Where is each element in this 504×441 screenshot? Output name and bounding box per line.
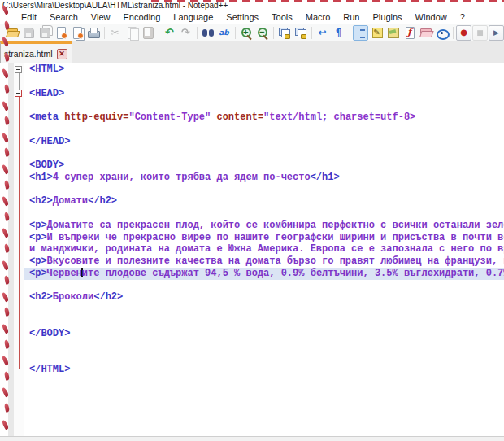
toolbar-separator — [104, 27, 105, 39]
toolbar-separator — [235, 27, 236, 39]
toolbar-separator — [350, 27, 350, 39]
menu-view[interactable]: View — [85, 11, 117, 24]
toolbar: ✂↶↷ab+−↩¶✎ƒ●■▶▸▸ — [0, 24, 504, 41]
toolbar-separator — [273, 27, 274, 39]
code-line[interactable]: <p>Доматите са прекрасен плод, който се … — [24, 220, 504, 232]
close-all-icon[interactable] — [69, 25, 85, 41]
undo-icon[interactable]: ↶ — [162, 25, 177, 41]
zoom-out-icon[interactable]: − — [254, 25, 270, 41]
paste-icon[interactable] — [140, 25, 155, 41]
zoom-in-icon[interactable]: + — [238, 25, 254, 41]
code-line[interactable] — [24, 184, 504, 196]
menu-language[interactable]: Language — [167, 11, 219, 24]
macro-record-icon[interactable]: ● — [456, 25, 471, 41]
document-map-icon[interactable] — [385, 25, 401, 41]
monitoring-icon[interactable] — [434, 25, 450, 41]
code-line[interactable]: <p>Червените плодове съдържат 94,5 % вод… — [24, 268, 504, 280]
code-line[interactable] — [24, 339, 504, 351]
menu-macro[interactable]: Macro — [299, 11, 337, 24]
indent-guide-icon[interactable] — [353, 25, 368, 41]
code-line[interactable]: <HTML> — [24, 63, 504, 76]
code-line[interactable]: и манджички, родината на домата е Южна А… — [24, 243, 504, 255]
replace-icon[interactable]: ab — [216, 25, 232, 41]
code-line[interactable]: </BODY> — [24, 328, 504, 340]
fold-active-line — [19, 97, 24, 369]
print-icon[interactable] — [85, 25, 101, 41]
open-icon[interactable] — [4, 25, 20, 41]
code-line[interactable]: <BODY> — [24, 159, 504, 172]
tab-bar: straniza.html ✕ — [0, 41, 504, 63]
code-line[interactable]: <h2>Домати</h2> — [24, 195, 504, 207]
menu-bar: EditSearchViewEncodingLanguageSettingsTo… — [0, 11, 504, 24]
folder-as-workspace-icon[interactable] — [418, 25, 433, 41]
menu-window[interactable]: Window — [409, 11, 454, 24]
fold-marker-head-icon[interactable] — [15, 90, 22, 97]
menu-encoding[interactable]: Encoding — [116, 11, 167, 24]
tab-straniza[interactable]: straniza.html ✕ — [0, 41, 72, 63]
menu-search[interactable]: Search — [43, 11, 85, 24]
menu-plugins[interactable]: Plugins — [367, 11, 409, 24]
notepadpp-window: C:\Users\Mira\Desktop\AULA\HTML\straniza… — [0, 0, 504, 441]
code-line[interactable]: <p>И въпреки че прекрасно вирее по нашит… — [24, 232, 504, 244]
code-line[interactable]: </HTML> — [24, 364, 504, 376]
fold-connector-line — [19, 73, 20, 90]
sync-vertical-scrolling-icon[interactable] — [276, 25, 292, 41]
code-line[interactable]: <meta http-equiv="Content-Type" content=… — [24, 111, 504, 124]
macro-stop-icon[interactable]: ■ — [472, 25, 488, 41]
toolbar-separator — [159, 27, 159, 39]
sync-horizontal-scrolling-icon[interactable] — [293, 25, 308, 41]
menu-settings[interactable]: Settings — [219, 11, 265, 24]
code-line[interactable]: </HEAD> — [24, 136, 504, 148]
close-icon[interactable] — [53, 25, 68, 41]
menu-run[interactable]: Run — [337, 11, 366, 24]
function-list-icon[interactable]: ƒ — [402, 25, 417, 41]
define-language-icon[interactable]: ✎ — [369, 25, 385, 41]
copy-icon[interactable] — [124, 25, 139, 41]
code-line[interactable]: <HEAD> — [24, 88, 504, 100]
menu-tools[interactable]: Tools — [265, 11, 299, 24]
macro-play-icon[interactable]: ▶ — [489, 25, 504, 41]
bookmark-margin[interactable] — [8, 63, 14, 436]
code-lines[interactable]: <HTML><HEAD><meta http-equiv="Content-Ty… — [24, 63, 504, 436]
editor[interactable]: <HTML><HEAD><meta http-equiv="Content-Ty… — [0, 63, 504, 436]
cut-icon[interactable]: ✂ — [107, 25, 123, 41]
redo-icon[interactable]: ↷ — [178, 25, 193, 41]
save-all-icon[interactable] — [37, 25, 52, 41]
code-line[interactable] — [24, 280, 504, 292]
code-line[interactable] — [24, 351, 504, 364]
show-all-characters-icon[interactable]: ¶ — [331, 25, 346, 41]
status-bar — [0, 436, 504, 441]
code-line[interactable] — [24, 99, 504, 111]
menu-edit[interactable]: Edit — [15, 11, 43, 24]
code-line[interactable] — [24, 124, 504, 136]
code-line[interactable]: <h2>Броколи</h2> — [24, 291, 504, 303]
code-line[interactable] — [24, 76, 504, 88]
decoration-top-dashes — [151, 0, 504, 2]
code-line[interactable] — [24, 147, 504, 159]
toolbar-separator — [453, 27, 454, 39]
code-line[interactable] — [24, 207, 504, 220]
code-line[interactable] — [24, 303, 504, 316]
tab-label: straniza.html — [4, 49, 53, 59]
menu-help[interactable]: ? — [454, 11, 471, 24]
fold-marker-html-icon[interactable] — [15, 66, 22, 73]
toolbar-separator — [197, 27, 198, 39]
toolbar-separator — [311, 27, 312, 39]
save-icon[interactable] — [20, 25, 36, 41]
find-icon[interactable] — [200, 25, 215, 41]
code-line[interactable]: <h1>4 супер храни, които трябва да ядем … — [24, 172, 504, 184]
word-wrap-icon[interactable]: ↩ — [315, 25, 330, 41]
tab-close-icon[interactable]: ✕ — [57, 49, 67, 59]
fold-margin[interactable] — [14, 63, 24, 436]
code-line[interactable]: <p>Вкусовите и полезните качества на дом… — [24, 255, 504, 268]
code-line[interactable] — [24, 316, 504, 328]
